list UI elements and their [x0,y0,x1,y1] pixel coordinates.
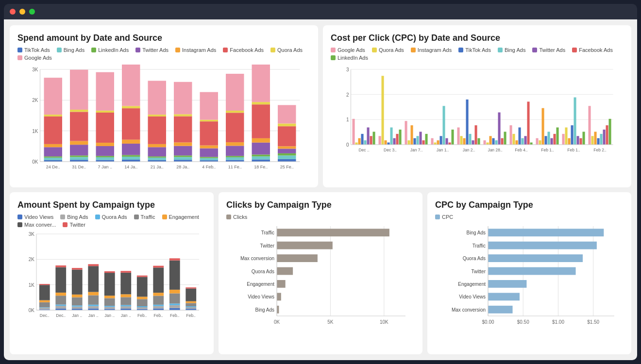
bar-segment [174,114,192,116]
cpc-bar [457,128,460,145]
amount-bar [169,261,180,290]
legend-item: Instagram Ads [175,47,216,53]
amount-bar [55,296,66,304]
cpc-bar [606,125,608,145]
legend-item: TikTok Ads [458,47,491,53]
amount-bar [104,296,115,298]
click-bar [277,267,293,275]
legend-label: Quora Ads [379,47,404,53]
legend-color [63,222,67,227]
amount-bar [72,307,83,309]
bar-segment [70,157,88,160]
cpc-bar [475,125,477,145]
close-button[interactable] [10,9,16,15]
cpc-bar [603,130,606,145]
amount-bar [186,303,196,306]
amount-bar [137,277,148,297]
legend-color [372,48,377,52]
bar-segment [278,155,296,159]
cpc-bar [589,106,591,145]
legend-color [331,55,336,60]
svg-text:7 Jan ..: 7 Jan .. [98,165,112,169]
svg-text:11 Fe..: 11 Fe.. [228,165,242,169]
svg-text:2K: 2K [32,98,38,103]
spend-by-date-card: Spend amount by Date and Source TikTok A… [10,25,318,187]
click-bar [277,229,389,236]
svg-text:3: 3 [346,67,349,72]
bar-segment [226,142,244,146]
cpc-bar [434,143,437,145]
svg-text:Engagement: Engagement [247,281,274,287]
bar-segment [200,92,218,120]
svg-text:0K: 0K [32,159,38,165]
amount-bar [88,305,99,306]
cpc-bar [583,132,585,145]
svg-text:Feb 2..: Feb 2.. [593,148,606,152]
cpc-bar [591,136,594,145]
cpc-bar [373,132,375,145]
svg-text:Twitter: Twitter [472,269,486,274]
legend-label: Engagement [169,214,199,220]
cpc-bar [562,134,565,145]
svg-text:Bing Ads: Bing Ads [255,307,274,313]
cpc-bar [385,140,387,145]
amount-bar [186,287,196,288]
cpc-campaign-legend: CPC [435,214,624,220]
click-bar [277,254,318,262]
bar-segment [252,160,270,162]
amount-bar [72,270,83,295]
bar-segment [70,112,88,141]
bar-segment [252,154,270,156]
cpc-bar [513,134,515,145]
amount-bar [169,305,180,308]
svg-text:1: 1 [346,117,349,122]
legend-label: Facebook Ads [230,47,264,53]
spend-by-date-chart: 0K1K2K3K24 De..31 De..7 Jan ..14 Ja..21 … [17,65,310,183]
cpc-bar [536,138,539,145]
bar-segment [96,156,114,157]
click-bar [277,280,286,288]
amount-bar [39,307,50,308]
cpc-bar [364,140,367,145]
svg-text:$0.50: $0.50 [517,319,529,325]
cpc-bar [399,130,402,145]
bar-segment [252,143,270,155]
legend-color [411,48,416,52]
legend-item: Google Ads [17,55,52,61]
cpc-bar [504,132,506,145]
cpc-bar [440,136,442,145]
legend-label: Twitter Ads [142,47,169,53]
legend-label: LinkedIn Ads [337,55,368,61]
bar-segment [148,116,166,144]
amount-bar [39,302,50,307]
cpc-bar [501,138,504,145]
bar-segment [226,157,244,160]
bar-segment [44,115,62,116]
cpc-bar [367,128,370,145]
legend-color [91,48,96,52]
cpc-bar [600,134,603,145]
minimize-button[interactable] [19,9,25,15]
cpc-by-date-title: Cost per Click (CPC) by Date and Source [331,33,624,43]
spend-by-date-title: Spend amount by Date and Source [17,33,310,43]
svg-text:25 Fe..: 25 Fe.. [280,165,294,169]
amount-bar [55,267,66,293]
cpc-campaign-chart: $0.00$0.50$1.00$1.50Bing AdsTrafficQuora… [435,224,624,332]
bar-segment [226,74,244,111]
bottom-row: Amount Spent by Campaign type Video View… [10,192,631,354]
amount-bar [153,296,164,304]
bar-segment [148,156,166,158]
cpc-bar [393,138,396,145]
cpc-bar [489,136,492,145]
legend-item: Quora Ads [372,47,404,53]
legend-label: Video Views [24,214,53,220]
legend-label: Google Ads [337,47,365,53]
bar-segment [278,153,296,155]
svg-text:14 Ja..: 14 Ja.. [124,165,137,169]
bar-segment [226,156,244,157]
bar-segment [174,157,192,160]
cpc-bar [519,128,521,145]
legend-item: Bing Ads [57,47,84,53]
maximize-button[interactable] [29,9,35,15]
legend-label: Google Ads [24,55,52,61]
